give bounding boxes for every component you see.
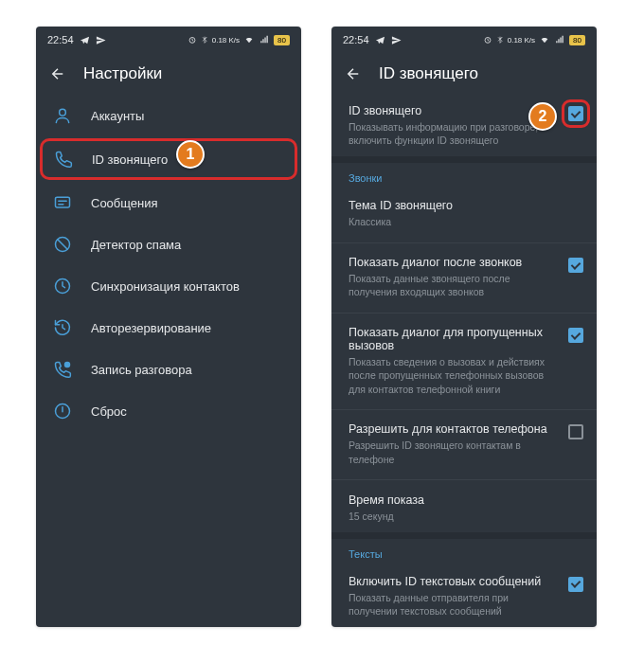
settings-item-spam[interactable]: Детектор спама (36, 224, 301, 265)
svg-point-5 (65, 363, 70, 367)
svg-rect-2 (56, 197, 70, 207)
status-bar: 22:54 0.18 K/s 80 (36, 27, 301, 53)
row-divider (331, 242, 597, 243)
settings-item-label: Сброс (91, 404, 288, 419)
checkbox[interactable] (568, 424, 583, 439)
setting-title: Разрешить для контактов телефона (349, 422, 559, 436)
status-bar: 22:54 0.18 K/s 80 (331, 27, 597, 53)
call-record-icon (53, 360, 72, 379)
setting-title: Тема ID звонящего (349, 199, 583, 212)
telegram-icon (80, 35, 90, 45)
setting-row[interactable]: Показать диалог после звонков Показать д… (331, 246, 597, 308)
section-header: Тексты (331, 539, 597, 565)
back-icon[interactable] (345, 65, 362, 82)
settings-item-label: Детектор спама (91, 238, 288, 252)
annotation-badge-1: 1 (176, 140, 205, 169)
checkbox[interactable] (568, 328, 583, 343)
setting-row[interactable]: Включить ID текстовых сообщений Показать… (331, 565, 597, 627)
setting-title: Включить ID текстовых сообщений (349, 575, 559, 588)
row-divider (331, 479, 597, 480)
net-speed: 0.18 K/s (508, 36, 535, 45)
settings-item-accounts[interactable]: Аккаунты (36, 95, 301, 136)
settings-item-label: Сообщения (91, 196, 288, 210)
battery-indicator: 80 (569, 35, 585, 45)
setting-title: Время показа (349, 493, 583, 507)
paper-plane-icon (96, 35, 106, 45)
setting-row[interactable]: Показать диалог для пропущенных вызовов … (331, 316, 597, 405)
page-title: ID звонящего (379, 64, 478, 83)
back-icon[interactable] (49, 65, 66, 82)
app-bar: Настройки (36, 53, 301, 95)
settings-item-reset[interactable]: Сброс (36, 390, 301, 432)
caller-id-settings-list: ID звонящего Показывать информацию при р… (331, 95, 597, 627)
section-divider (331, 156, 597, 163)
alarm-icon (483, 35, 492, 45)
signal-icon (259, 35, 270, 45)
message-icon (53, 193, 72, 212)
settings-item-backup[interactable]: Авторезервирование (36, 307, 301, 349)
checkbox[interactable] (568, 106, 583, 121)
setting-row[interactable]: Разрешить для контактов телефона Разреши… (331, 413, 597, 475)
battery-indicator: 80 (274, 35, 290, 45)
user-icon (53, 106, 72, 125)
settings-item-messages[interactable]: Сообщения (36, 182, 301, 224)
setting-subtitle: Показать данные отправителя при получени… (349, 591, 559, 618)
checkbox[interactable] (568, 258, 583, 273)
setting-subtitle: Разрешить ID звонящего контактам в телеф… (349, 439, 559, 465)
setting-subtitle: Классика (349, 215, 583, 228)
alarm-icon (188, 35, 197, 45)
phone-screen-settings: 22:54 0.18 K/s 80 Настройки АккаунтыID з… (36, 27, 301, 627)
wifi-icon (539, 35, 550, 45)
section-divider (331, 532, 597, 539)
setting-title: Показать диалог после звонков (349, 256, 559, 269)
settings-item-label: Авторезервирование (91, 321, 288, 335)
settings-list: АккаунтыID звонящегоСообщенияДетектор сп… (36, 95, 301, 627)
setting-row[interactable]: ID звонящего Показывать информацию при р… (331, 95, 597, 156)
checkbox[interactable] (568, 577, 583, 592)
annotation-badge-2: 2 (528, 102, 557, 131)
phone-screen-caller-id: 22:54 0.18 K/s 80 ID звонящего ID звонящ… (331, 27, 597, 627)
settings-item-label: Запись разговора (91, 363, 288, 377)
status-time: 22:54 (47, 34, 74, 45)
history-icon (53, 318, 72, 337)
setting-subtitle: Показать сведения о вызовах и действиях … (349, 355, 559, 396)
block-icon (53, 235, 72, 254)
svg-point-1 (60, 109, 66, 116)
section-header: Звонки (331, 163, 597, 189)
setting-row[interactable]: Время показа 15 секунд (331, 484, 597, 532)
settings-item-label: Синхронизация контактов (91, 279, 288, 294)
net-speed: 0.18 K/s (212, 36, 240, 45)
wifi-icon (243, 35, 255, 45)
telegram-icon (375, 35, 385, 45)
app-bar: ID звонящего (331, 53, 597, 95)
setting-subtitle: Показывать информацию при разговоре, вкл… (349, 120, 559, 147)
setting-title: ID звонящего (349, 104, 559, 117)
signal-icon (554, 35, 565, 45)
settings-item-sync[interactable]: Синхронизация контактов (36, 265, 301, 307)
settings-item-caller-id[interactable]: ID звонящего (40, 138, 297, 180)
bluetooth-icon (496, 35, 504, 45)
setting-row[interactable]: Тема ID звонящего Классика (331, 189, 597, 238)
settings-item-label: Аккаунты (91, 109, 288, 123)
row-divider (331, 313, 597, 314)
row-divider (331, 409, 597, 410)
setting-subtitle: Показать данные звонящего после получени… (349, 272, 559, 298)
status-time: 22:54 (343, 34, 369, 45)
sync-icon (53, 277, 72, 296)
paper-plane-icon (391, 35, 402, 45)
setting-subtitle: 15 секунд (349, 510, 583, 523)
page-title: Настройки (83, 64, 162, 83)
bluetooth-icon (201, 35, 208, 45)
setting-title: Показать диалог для пропущенных вызовов (349, 326, 559, 352)
phone-icon (54, 150, 73, 169)
settings-item-record[interactable]: Запись разговора (36, 349, 301, 390)
power-icon (53, 402, 72, 421)
